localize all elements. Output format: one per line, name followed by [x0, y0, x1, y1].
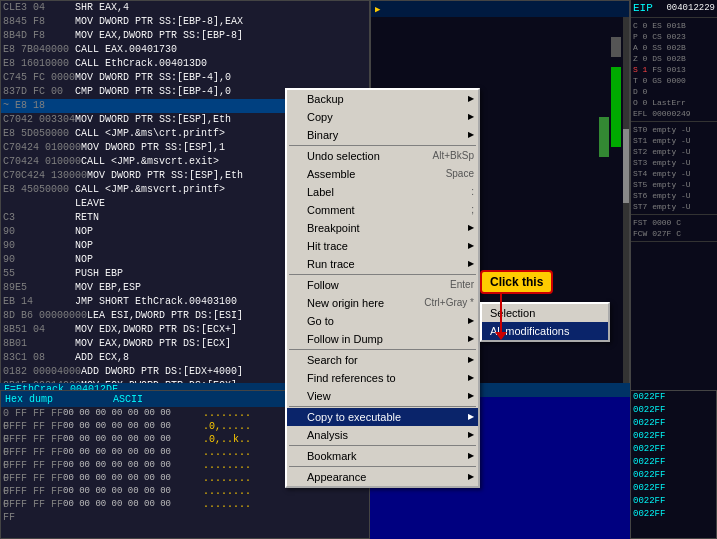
menu-binary[interactable]: Binary [287, 126, 478, 144]
graph-bar [611, 37, 621, 57]
disasm-row[interactable]: 8845 F8 MOV DWORD PTR SS:[EBP-8],EAX [1, 15, 369, 29]
click-arrow [500, 294, 502, 334]
graph-bar [611, 67, 621, 147]
stack-value: 0022FF [631, 482, 716, 495]
menu-follow-dump[interactable]: Follow in Dump [287, 330, 478, 348]
menu-backup[interactable]: Backup [287, 90, 478, 108]
scrollbar-track[interactable] [623, 17, 629, 389]
hex-col-dump: Hex dump [5, 394, 53, 405]
flag-z: Z 0 DS 002B [633, 53, 715, 64]
eip-row: EIP 004012229 [633, 2, 715, 15]
flag-p: P 0 CS 0023 [633, 31, 715, 42]
stack-value: 0022FF [631, 417, 716, 430]
fpu-section: ST0 empty -U ST1 empty -U ST2 empty -U S… [631, 122, 717, 215]
fst-section: FST 0000 C FCW 027F C [631, 215, 717, 242]
menu-undo-selection[interactable]: Undo selection Alt+BkSp [287, 147, 478, 165]
flag-a: A 0 SS 002B [633, 42, 715, 53]
flag-d: D 0 [633, 86, 715, 97]
menu-copy[interactable]: Copy [287, 108, 478, 126]
eip-section: EIP 004012229 [631, 0, 717, 18]
menu-separator [289, 349, 476, 350]
menu-separator [289, 466, 476, 467]
flag-c: C 0 ES 001B [633, 20, 715, 31]
stack-value: 0022FF [631, 430, 716, 443]
stack-value: 0022FF [631, 404, 716, 417]
stack-value: 0022FF [631, 508, 716, 521]
hex-col-ascii: ASCII [113, 394, 143, 405]
menu-run-trace[interactable]: Run trace [287, 255, 478, 273]
menu-hit-trace[interactable]: Hit trace [287, 237, 478, 255]
flag-s: S 1 FS 0013 [633, 64, 715, 75]
efl-row: EFL 00000249 [633, 108, 715, 119]
menu-new-origin[interactable]: New origin here Ctrl+Gray * [287, 294, 478, 312]
menu-view[interactable]: View [287, 387, 478, 405]
stack-value: 0022FF [631, 495, 716, 508]
menu-breakpoint[interactable]: Breakpoint [287, 219, 478, 237]
scrollbar-thumb[interactable] [623, 129, 629, 203]
menu-follow[interactable]: Follow Enter [287, 276, 478, 294]
flag-t: T 0 GS 0000 [633, 75, 715, 86]
menu-copy-to-exec[interactable]: Copy to executable [287, 408, 478, 426]
menu-find-refs[interactable]: Find references to [287, 369, 478, 387]
menu-separator [289, 145, 476, 146]
menu-search-for[interactable]: Search for [287, 351, 478, 369]
menu-appearance[interactable]: Appearance [287, 468, 478, 486]
disasm-row[interactable]: E8 7B040000 CALL EAX.00401730 [1, 43, 369, 57]
menu-comment[interactable]: Comment ; [287, 201, 478, 219]
stack-value: 0022FF [631, 456, 716, 469]
menu-goto[interactable]: Go to [287, 312, 478, 330]
context-menu[interactable]: Backup Copy Binary Undo selection Alt+Bk… [285, 88, 480, 488]
menu-separator [289, 274, 476, 275]
disasm-row[interactable]: E8 16010000 CALL EthCrack.004013D0 [1, 57, 369, 71]
stack-value: 0022FF [631, 391, 716, 404]
disasm-row[interactable]: 8B4D F8 MOV EAX,DWORD PTR SS:[EBP-8] [1, 29, 369, 43]
eip-label: EIP [633, 2, 661, 15]
menu-separator [289, 445, 476, 446]
stack-values-panel: 0022FF 0022FF 0022FF 0022FF 0022FF 0022F… [630, 390, 717, 539]
menu-analysis[interactable]: Analysis [287, 426, 478, 444]
graph-bar [599, 117, 609, 157]
click-annotation: Click this [480, 270, 553, 294]
eip-value: 004012229 [666, 2, 715, 15]
stack-value: 0022FF [631, 469, 716, 482]
hex-row: 0 FF FF FF FF 00 00 00 00 00 00 00 .....… [1, 498, 369, 511]
menu-bookmark[interactable]: Bookmark [287, 447, 478, 465]
flags-section: C 0 ES 001B P 0 CS 0023 A 0 SS 002B Z 0 … [631, 18, 717, 122]
menu-label[interactable]: Label : [287, 183, 478, 201]
disasm-row[interactable]: C745 FC 0000 MOV DWORD PTR SS:[EBP-4],0 [1, 71, 369, 85]
menu-separator [289, 406, 476, 407]
menu-assemble[interactable]: Assemble Space [287, 165, 478, 183]
click-label: Click this [480, 270, 553, 294]
disasm-row[interactable]: CLE3 04 SHR EAX,4 [1, 1, 369, 15]
stack-value: 0022FF [631, 443, 716, 456]
flag-o: O 0 LastErr [633, 97, 715, 108]
